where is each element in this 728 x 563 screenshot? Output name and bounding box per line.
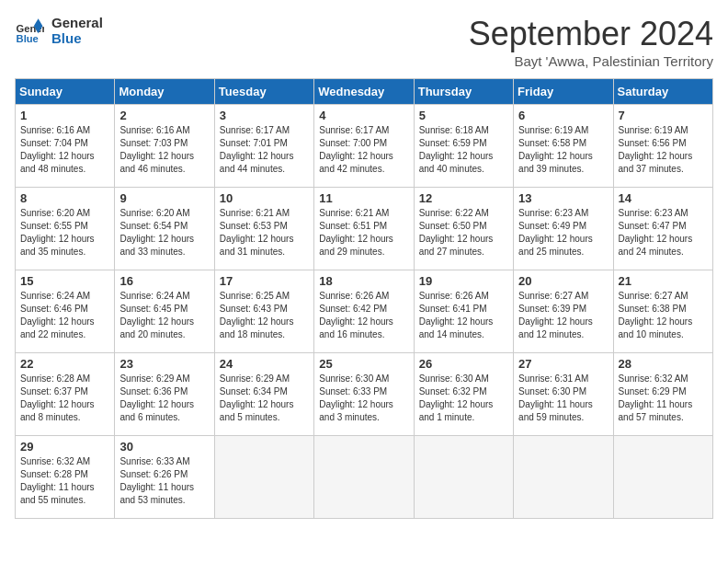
calendar-day-27: 27 Sunrise: 6:31 AMSunset: 6:30 PMDaylig… xyxy=(514,353,613,436)
day-info: Sunrise: 6:29 AMSunset: 6:36 PMDaylight:… xyxy=(119,373,209,424)
empty-cell xyxy=(514,436,613,519)
empty-cell xyxy=(314,436,414,519)
calendar-day-2: 2 Sunrise: 6:16 AMSunset: 7:03 PMDayligh… xyxy=(115,105,214,188)
calendar-day-18: 18 Sunrise: 6:26 AMSunset: 6:42 PMDaylig… xyxy=(314,270,414,353)
day-number: 11 xyxy=(319,191,408,205)
logo-text-blue: Blue xyxy=(51,30,103,46)
day-number: 29 xyxy=(20,440,109,454)
day-info: Sunrise: 6:27 AMSunset: 6:38 PMDaylight:… xyxy=(619,290,708,341)
day-number: 26 xyxy=(419,357,508,371)
day-info: Sunrise: 6:26 AMSunset: 6:42 PMDaylight:… xyxy=(319,290,408,341)
calendar-day-16: 16 Sunrise: 6:24 AMSunset: 6:45 PMDaylig… xyxy=(115,270,214,353)
day-info: Sunrise: 6:16 AMSunset: 7:03 PMDaylight:… xyxy=(119,124,209,176)
calendar-table: SundayMondayTuesdayWednesdayThursdayFrid… xyxy=(15,78,713,519)
calendar-day-5: 5 Sunrise: 6:18 AMSunset: 6:59 PMDayligh… xyxy=(414,105,513,188)
calendar-day-21: 21 Sunrise: 6:27 AMSunset: 6:38 PMDaylig… xyxy=(613,270,712,353)
calendar-week-row: 15 Sunrise: 6:24 AMSunset: 6:46 PMDaylig… xyxy=(16,270,713,353)
day-info: Sunrise: 6:27 AMSunset: 6:39 PMDaylight:… xyxy=(518,290,608,341)
day-number: 30 xyxy=(119,440,209,454)
calendar-day-10: 10 Sunrise: 6:21 AMSunset: 6:53 PMDaylig… xyxy=(214,188,313,270)
day-number: 1 xyxy=(20,109,109,122)
day-info: Sunrise: 6:33 AMSunset: 6:26 PMDaylight:… xyxy=(119,455,209,507)
day-number: 17 xyxy=(220,274,309,288)
calendar-day-25: 25 Sunrise: 6:30 AMSunset: 6:33 PMDaylig… xyxy=(314,353,414,436)
day-info: Sunrise: 6:17 AMSunset: 7:00 PMDaylight:… xyxy=(319,124,408,176)
day-info: Sunrise: 6:32 AMSunset: 6:28 PMDaylight:… xyxy=(20,455,109,507)
day-number: 9 xyxy=(119,191,209,205)
calendar-day-28: 28 Sunrise: 6:32 AMSunset: 6:29 PMDaylig… xyxy=(613,353,712,436)
day-info: Sunrise: 6:23 AMSunset: 6:47 PMDaylight:… xyxy=(619,207,708,259)
day-number: 20 xyxy=(518,274,608,288)
day-info: Sunrise: 6:30 AMSunset: 6:33 PMDaylight:… xyxy=(319,373,408,424)
svg-text:Blue: Blue xyxy=(17,33,39,44)
calendar-day-3: 3 Sunrise: 6:17 AMSunset: 7:01 PMDayligh… xyxy=(214,105,313,188)
day-number: 23 xyxy=(119,357,209,371)
empty-cell xyxy=(414,436,513,519)
day-info: Sunrise: 6:22 AMSunset: 6:50 PMDaylight:… xyxy=(419,207,508,259)
day-info: Sunrise: 6:20 AMSunset: 6:54 PMDaylight:… xyxy=(119,207,209,259)
weekday-header-row: SundayMondayTuesdayWednesdayThursdayFrid… xyxy=(16,79,713,105)
day-info: Sunrise: 6:19 AMSunset: 6:58 PMDaylight:… xyxy=(518,124,608,176)
day-number: 22 xyxy=(20,357,109,371)
day-info: Sunrise: 6:17 AMSunset: 7:01 PMDaylight:… xyxy=(220,124,309,176)
page-header: General Blue General Blue September 2024… xyxy=(15,15,713,69)
day-info: Sunrise: 6:32 AMSunset: 6:29 PMDaylight:… xyxy=(619,373,708,424)
day-info: Sunrise: 6:28 AMSunset: 6:37 PMDaylight:… xyxy=(20,373,109,424)
calendar-day-11: 11 Sunrise: 6:21 AMSunset: 6:51 PMDaylig… xyxy=(314,188,414,270)
calendar-day-19: 19 Sunrise: 6:26 AMSunset: 6:41 PMDaylig… xyxy=(414,270,513,353)
day-number: 19 xyxy=(419,274,508,288)
day-number: 28 xyxy=(619,357,708,371)
day-info: Sunrise: 6:29 AMSunset: 6:34 PMDaylight:… xyxy=(220,373,309,424)
day-info: Sunrise: 6:19 AMSunset: 6:56 PMDaylight:… xyxy=(619,124,708,176)
day-info: Sunrise: 6:18 AMSunset: 6:59 PMDaylight:… xyxy=(419,124,508,176)
day-info: Sunrise: 6:23 AMSunset: 6:49 PMDaylight:… xyxy=(518,207,608,259)
calendar-week-row: 29 Sunrise: 6:32 AMSunset: 6:28 PMDaylig… xyxy=(16,436,713,519)
day-number: 6 xyxy=(518,109,608,122)
calendar-week-row: 1 Sunrise: 6:16 AMSunset: 7:04 PMDayligh… xyxy=(16,105,713,188)
calendar-week-row: 8 Sunrise: 6:20 AMSunset: 6:55 PMDayligh… xyxy=(16,188,713,270)
day-number: 24 xyxy=(220,357,309,371)
day-info: Sunrise: 6:25 AMSunset: 6:43 PMDaylight:… xyxy=(220,290,309,341)
day-number: 2 xyxy=(119,109,209,122)
day-number: 15 xyxy=(20,274,109,288)
day-number: 16 xyxy=(119,274,209,288)
weekday-header-wednesday: Wednesday xyxy=(314,79,414,105)
weekday-header-monday: Monday xyxy=(115,79,214,105)
day-number: 10 xyxy=(220,191,309,205)
day-number: 27 xyxy=(518,357,608,371)
calendar-day-4: 4 Sunrise: 6:17 AMSunset: 7:00 PMDayligh… xyxy=(314,105,414,188)
day-number: 3 xyxy=(220,109,309,122)
day-info: Sunrise: 6:16 AMSunset: 7:04 PMDaylight:… xyxy=(20,124,109,176)
calendar-day-12: 12 Sunrise: 6:22 AMSunset: 6:50 PMDaylig… xyxy=(414,188,513,270)
weekday-header-friday: Friday xyxy=(514,79,613,105)
calendar-day-6: 6 Sunrise: 6:19 AMSunset: 6:58 PMDayligh… xyxy=(514,105,613,188)
calendar-day-13: 13 Sunrise: 6:23 AMSunset: 6:49 PMDaylig… xyxy=(514,188,613,270)
calendar-day-30: 30 Sunrise: 6:33 AMSunset: 6:26 PMDaylig… xyxy=(115,436,214,519)
day-number: 5 xyxy=(419,109,508,122)
day-number: 8 xyxy=(20,191,109,205)
calendar-body: 1 Sunrise: 6:16 AMSunset: 7:04 PMDayligh… xyxy=(16,105,713,519)
empty-cell xyxy=(613,436,712,519)
location: Bayt 'Awwa, Palestinian Territory xyxy=(469,53,713,69)
calendar-day-8: 8 Sunrise: 6:20 AMSunset: 6:55 PMDayligh… xyxy=(16,188,115,270)
weekday-header-sunday: Sunday xyxy=(16,79,115,105)
logo-icon: General Blue xyxy=(15,16,44,45)
calendar-day-24: 24 Sunrise: 6:29 AMSunset: 6:34 PMDaylig… xyxy=(214,353,313,436)
day-number: 12 xyxy=(419,191,508,205)
day-info: Sunrise: 6:20 AMSunset: 6:55 PMDaylight:… xyxy=(20,207,109,259)
empty-cell xyxy=(214,436,313,519)
calendar-day-9: 9 Sunrise: 6:20 AMSunset: 6:54 PMDayligh… xyxy=(115,188,214,270)
month-title: September 2024 xyxy=(469,15,713,53)
weekday-header-tuesday: Tuesday xyxy=(214,79,313,105)
day-info: Sunrise: 6:30 AMSunset: 6:32 PMDaylight:… xyxy=(419,373,508,424)
calendar-day-7: 7 Sunrise: 6:19 AMSunset: 6:56 PMDayligh… xyxy=(613,105,712,188)
logo: General Blue General Blue xyxy=(15,15,103,46)
day-number: 13 xyxy=(518,191,608,205)
day-number: 18 xyxy=(319,274,408,288)
day-info: Sunrise: 6:24 AMSunset: 6:46 PMDaylight:… xyxy=(20,290,109,341)
day-info: Sunrise: 6:24 AMSunset: 6:45 PMDaylight:… xyxy=(119,290,209,341)
calendar-day-1: 1 Sunrise: 6:16 AMSunset: 7:04 PMDayligh… xyxy=(16,105,115,188)
day-info: Sunrise: 6:21 AMSunset: 6:51 PMDaylight:… xyxy=(319,207,408,259)
calendar-week-row: 22 Sunrise: 6:28 AMSunset: 6:37 PMDaylig… xyxy=(16,353,713,436)
calendar-day-15: 15 Sunrise: 6:24 AMSunset: 6:46 PMDaylig… xyxy=(16,270,115,353)
